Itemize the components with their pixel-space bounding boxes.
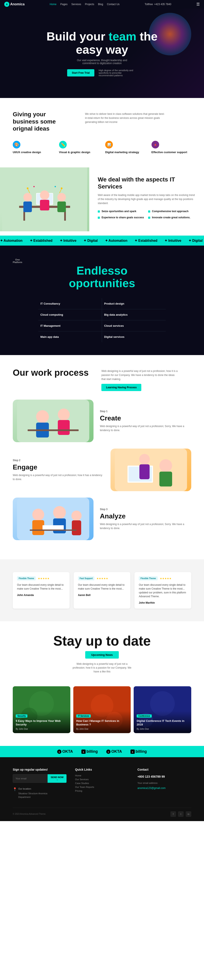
social-linkedin[interactable]: in <box>186 811 191 817</box>
platform-item-3: Cloud computing <box>38 309 102 320</box>
footer-email-label: Your email address: <box>138 781 191 785</box>
footer-link-home[interactable]: Home <box>75 774 129 777</box>
footer-link-pricing[interactable]: Pricing <box>75 789 129 792</box>
blog-title-2: How Can I Manage IT Services in Business… <box>76 719 128 727</box>
nav-link-projects[interactable]: Projects <box>85 3 94 6</box>
step-2-content: Step 2 Engage Web designing is a powerfu… <box>13 458 104 482</box>
feature-dot-3 <box>98 216 100 219</box>
logo[interactable]: A Anomica <box>4 2 25 7</box>
footer-link-services[interactable]: Our Services <box>75 778 129 781</box>
social-twitter[interactable]: t <box>178 811 183 817</box>
work-process-description: Web designing is a powerful way of just … <box>101 369 178 382</box>
footer-copyright: © 2023 Anomica Advanced Theme. <box>13 813 46 815</box>
svg-rect-39 <box>30 530 76 531</box>
svg-rect-24 <box>28 430 79 431</box>
logo-2: B billing <box>81 749 98 754</box>
blog-card-3[interactable]: Conference Digital Conference IT Tech Ev… <box>134 686 191 733</box>
footer-email-input[interactable] <box>13 774 47 783</box>
idea-card-1: 🎨 UI/UX creative design <box>13 141 53 154</box>
hamburger-icon[interactable]: ☰ <box>196 2 200 6</box>
platform-item-1: IT Consultancy <box>38 298 102 309</box>
hero-section: Build your team theeasy way Our vast exp… <box>0 8 204 98</box>
step-3-label: Step 3 <box>100 508 191 511</box>
ticker-item-6: ✦ Established <box>134 239 157 242</box>
cta-button[interactable]: Start Free Trial <box>67 69 94 76</box>
footer-newsletter-label: Sign up regular updates! <box>13 768 66 771</box>
ideas-cards: 🎨 UI/UX creative design ✏️ Visual & grap… <box>13 141 191 154</box>
svg-point-16 <box>61 188 62 189</box>
blog-title-1: 5 Easy Ways to Improve Your Web Security <box>16 719 67 727</box>
idea-card-2: ✏️ Visual & graphic design <box>59 141 99 154</box>
footer-link-team[interactable]: Our Team Reports <box>75 786 129 788</box>
it-feature-1: Seize oportunities and spark <box>98 210 145 213</box>
svg-rect-19 <box>17 399 89 442</box>
nav-link-home[interactable]: Home <box>50 3 57 6</box>
hero-accent: team <box>109 30 136 43</box>
test-author-3: John Marthin <box>139 601 187 604</box>
logos-bar: O OKTA B billing O OKTA B billing <box>0 746 204 757</box>
it-services-title: We deal with the aspects IT Services <box>98 176 196 190</box>
blog-tag-1: Security <box>16 714 27 718</box>
social-facebook[interactable]: f <box>171 811 176 817</box>
footer-link-case-studies[interactable]: Case Studies <box>75 782 129 784</box>
blog-card-1[interactable]: Security 5 Easy Ways to Improve Your Web… <box>13 686 70 733</box>
footer-bottom: © 2023 Anomica Advanced Theme. f t in <box>13 808 191 817</box>
ticker-inner: ✦ Automation ✦ Established ✦ Intuitive ✦… <box>0 239 204 243</box>
one-platform-label: OnePlatform <box>13 258 22 264</box>
it-feature-2: Comprehensive test approach <box>148 210 196 213</box>
step-2: Step 2 Engage Web designing is a powerfu… <box>13 449 191 491</box>
idea-card-3: 📊 Digital marketing strategy <box>105 141 145 154</box>
footer-newsletter-col: Sign up regular updates! SEND NOW → 📍 Ou… <box>13 768 66 799</box>
ticker-item-2: ✦ Established <box>30 239 52 242</box>
logo-4: B billing <box>130 749 147 754</box>
ticker-item-4: ✦ Digital <box>84 239 98 242</box>
it-services-content: We deal with the aspects IT Services Wel… <box>89 167 204 235</box>
logo-1: O OKTA <box>57 749 73 754</box>
platform-item-5: IT Management <box>38 320 102 331</box>
platform-item-4: Big data analytics <box>102 309 166 320</box>
idea-title-2: Visual & graphic design <box>59 151 99 154</box>
nav-link-pages[interactable]: Pages <box>60 3 68 6</box>
blog-card-overlay-2: IT Services How Can I Manage IT Services… <box>73 711 131 733</box>
svg-rect-12 <box>57 202 66 212</box>
nav-phone: Tollfree +423 435 7840 <box>145 3 171 6</box>
step-3-title: Analyze <box>100 512 191 520</box>
step-1-description: Web designing is a powerful way of just … <box>100 424 191 433</box>
step-1-title: Create <box>100 414 191 422</box>
ticker-item-5: ✦ Automation <box>105 239 128 242</box>
step-3-content: Step 3 Analyze Web designing is a powerf… <box>100 508 191 531</box>
idea-icon-2: ✏️ <box>59 141 67 148</box>
hero-actions: Start Free Trial High degree of the sens… <box>67 69 137 77</box>
blog-card-2[interactable]: IT Services How Can I Manage IT Services… <box>73 686 131 733</box>
platform-grid: IT Consultancy Product design Cloud comp… <box>38 298 166 342</box>
idea-icon-3: 📊 <box>105 141 113 148</box>
hero-line1: Build your <box>47 30 105 43</box>
footer-phone: +800 123 456789 99 <box>138 774 191 779</box>
platform-section: OnePlatform Endlesso oportunities IT Con… <box>0 246 204 355</box>
svg-point-11 <box>57 193 66 202</box>
platform-item-6: Cloud services <box>102 320 166 331</box>
svg-rect-23 <box>58 420 70 435</box>
nav-link-services[interactable]: Services <box>71 3 81 6</box>
platform-item-2: Product design <box>102 298 166 309</box>
logo-icon: A <box>4 2 9 7</box>
step-2-description: Web designing is a powerful way of just … <box>13 473 104 481</box>
svg-rect-10 <box>40 200 49 210</box>
footer-location: 📍 Our location: Situatour Structure Anom… <box>13 787 66 799</box>
footer-newsletter-button[interactable]: SEND NOW → <box>47 774 66 783</box>
hero-subtitle: Our vast experience, thought leadership … <box>70 59 134 65</box>
phone-label: Tollfree <box>145 3 153 6</box>
testimonials-grid: Flexible Theme ★★★★★ Our team discussed … <box>13 572 191 609</box>
step-2-image <box>111 449 191 491</box>
svg-point-28 <box>160 459 172 472</box>
step-1-label: Step 1 <box>100 409 191 414</box>
hero-headline: Build your team theeasy way <box>47 30 158 56</box>
nav-links: Home Pages Services Projects Blog Contac… <box>50 3 120 6</box>
nav-link-blog[interactable]: Blog <box>98 3 103 6</box>
nav-link-contact[interactable]: Contact Us <box>107 3 119 6</box>
upcoming-news-button[interactable]: Upcoming News <box>85 651 119 659</box>
work-process-cta[interactable]: Learning Having Process <box>101 384 141 391</box>
footer-top: Sign up regular updates! SEND NOW → 📍 Ou… <box>13 768 191 799</box>
blog-card-overlay-3: Conference Digital Conference IT Tech Ev… <box>134 711 191 733</box>
footer: Sign up regular updates! SEND NOW → 📍 Ou… <box>0 757 204 821</box>
